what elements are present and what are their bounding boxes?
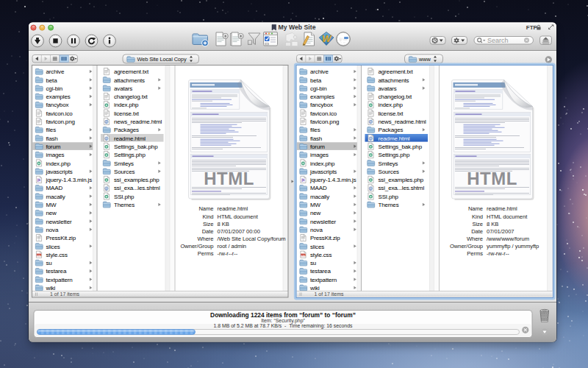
svg-text:index.php: index.php — [46, 160, 71, 167]
svg-text:license.txt: license.txt — [114, 110, 140, 117]
svg-text:news_readme.html: news_readme.html — [379, 118, 427, 125]
svg-text:HTML: HTML — [204, 169, 254, 188]
svg-text:Perms: Perms — [198, 250, 214, 257]
svg-text:/Web Site Local Copy/forum: /Web Site Local Copy/forum — [218, 236, 286, 242]
svg-text:css: css — [301, 254, 306, 257]
svg-text:Themes: Themes — [379, 202, 399, 208]
svg-text:avatars: avatars — [114, 85, 132, 92]
svg-text:forum: forum — [46, 144, 61, 150]
svg-text:Downloading 1224 items from “f: Downloading 1224 items from “forum” to “… — [210, 311, 356, 319]
svg-text:new: new — [46, 210, 57, 216]
svg-text:agreement.txt: agreement.txt — [114, 68, 149, 75]
svg-text:-rw-r--r--: -rw-r--r-- — [218, 250, 238, 257]
svg-text:8 KB: 8 KB — [218, 221, 229, 227]
svg-text:textpattern: textpattern — [46, 277, 73, 283]
svg-text:Settings.php: Settings.php — [379, 152, 410, 158]
svg-text:@: @ — [105, 187, 109, 191]
svg-text:Date: Date — [202, 228, 214, 235]
svg-text:readme.html: readme.html — [487, 205, 517, 212]
svg-text:css: css — [37, 254, 41, 257]
svg-text:ssi_exa...les.shtml: ssi_exa...les.shtml — [379, 185, 425, 191]
svg-text:root / admin: root / admin — [218, 243, 247, 250]
svg-text:archive: archive — [46, 68, 65, 75]
svg-text:MAAD: MAAD — [310, 185, 327, 191]
svg-text:images: images — [46, 152, 65, 158]
svg-text:Kind: Kind — [203, 213, 214, 220]
svg-text:slices: slices — [310, 244, 324, 250]
svg-text:js: js — [37, 178, 40, 182]
svg-text:flash: flash — [310, 135, 322, 142]
svg-text:jquery-1.4.3.min.js: jquery-1.4.3.min.js — [309, 177, 356, 183]
svg-text:Size: Size — [472, 221, 483, 227]
svg-text:Smileys: Smileys — [379, 160, 398, 167]
svg-text:SSI.php: SSI.php — [114, 194, 135, 200]
svg-text:Themes: Themes — [114, 202, 135, 208]
svg-text:1 of 17 items: 1 of 17 items — [314, 291, 344, 297]
svg-text:wiki: wiki — [46, 285, 56, 291]
svg-text:beta: beta — [310, 77, 322, 84]
svg-text:@: @ — [369, 187, 373, 191]
svg-text:newsletter: newsletter — [310, 219, 336, 225]
svg-text:favicon.ico: favicon.ico — [310, 110, 337, 117]
svg-text:Perms: Perms — [467, 250, 483, 257]
svg-text:index.php: index.php — [114, 102, 139, 108]
svg-text:changelog.txt: changelog.txt — [114, 93, 148, 100]
svg-text:macally: macally — [310, 194, 329, 200]
svg-text:HTML: HTML — [467, 169, 517, 188]
svg-text:PressKit.zip: PressKit.zip — [310, 235, 340, 241]
svg-text:Smileys: Smileys — [114, 160, 134, 167]
svg-text:macally: macally — [46, 194, 65, 200]
svg-text:cgi-bin: cgi-bin — [310, 85, 327, 92]
svg-text:news_readme.html: news_readme.html — [114, 118, 162, 125]
svg-text:agreement.txt: agreement.txt — [379, 68, 414, 75]
svg-text:Date: Date — [471, 228, 483, 235]
svg-text:HTML document: HTML document — [218, 213, 259, 220]
svg-text:testarea: testarea — [310, 268, 331, 275]
svg-text:index.php: index.php — [310, 160, 335, 167]
svg-text:favicon.png: favicon.png — [46, 118, 75, 125]
svg-text:favicon.ico: favicon.ico — [46, 110, 74, 117]
svg-text:Name: Name — [468, 205, 483, 212]
svg-text:Name: Name — [198, 205, 213, 212]
svg-text:1.8 MB of 5.2 MB at 78.7 KB/s: 1.8 MB of 5.2 MB at 78.7 KB/s - Time rem… — [214, 323, 353, 329]
svg-text:07/01/2007 00:00: 07/01/2007 00:00 — [218, 228, 260, 235]
svg-text:Kind: Kind — [472, 213, 483, 220]
svg-text:index.php: index.php — [379, 102, 404, 108]
svg-text:readme.html: readme.html — [379, 135, 410, 142]
svg-text:ssi_examples.php: ssi_examples.php — [379, 177, 424, 183]
svg-text:style.css: style.css — [46, 252, 68, 258]
svg-text:Sources: Sources — [114, 169, 135, 175]
svg-text:flash: flash — [46, 135, 58, 142]
svg-text:Where: Where — [197, 236, 213, 242]
svg-text:www: www — [418, 56, 431, 63]
svg-text:fancybox: fancybox — [46, 102, 69, 108]
svg-text:Owner/Group: Owner/Group — [450, 243, 483, 250]
svg-text:yummyftp / yummyftp: yummyftp / yummyftp — [487, 243, 539, 250]
svg-text:Packages: Packages — [379, 127, 404, 133]
svg-text:cgi-bin: cgi-bin — [46, 85, 63, 92]
svg-text:su: su — [310, 260, 316, 266]
svg-text:fancybox: fancybox — [310, 102, 333, 108]
svg-text:jquery-1.4.3.min.js: jquery-1.4.3.min.js — [46, 177, 93, 183]
svg-text:MW: MW — [46, 202, 57, 208]
svg-text:textpattern: textpattern — [310, 277, 337, 283]
svg-text:favicon.png: favicon.png — [310, 118, 339, 125]
svg-text:changelog.txt: changelog.txt — [379, 93, 413, 100]
svg-text:Search: Search — [487, 37, 509, 44]
svg-text:W: W — [322, 33, 332, 44]
svg-text:@: @ — [369, 120, 373, 124]
svg-text:HTML document: HTML document — [487, 213, 528, 220]
svg-text:FTP: FTP — [526, 24, 538, 31]
svg-text:slices: slices — [46, 244, 60, 250]
svg-text:Settings_bak.php: Settings_bak.php — [379, 144, 423, 150]
svg-text:Packages: Packages — [114, 127, 139, 133]
svg-text:@: @ — [105, 120, 109, 124]
svg-text:su: su — [46, 260, 52, 266]
svg-text:new: new — [310, 210, 321, 216]
svg-text:SSI.php: SSI.php — [379, 194, 399, 200]
svg-text:readme.html: readme.html — [114, 135, 146, 142]
svg-text:js: js — [301, 178, 304, 182]
svg-text:Settings.php: Settings.php — [114, 152, 146, 158]
svg-text:testarea: testarea — [46, 268, 67, 275]
svg-text:MAAD: MAAD — [46, 185, 63, 191]
